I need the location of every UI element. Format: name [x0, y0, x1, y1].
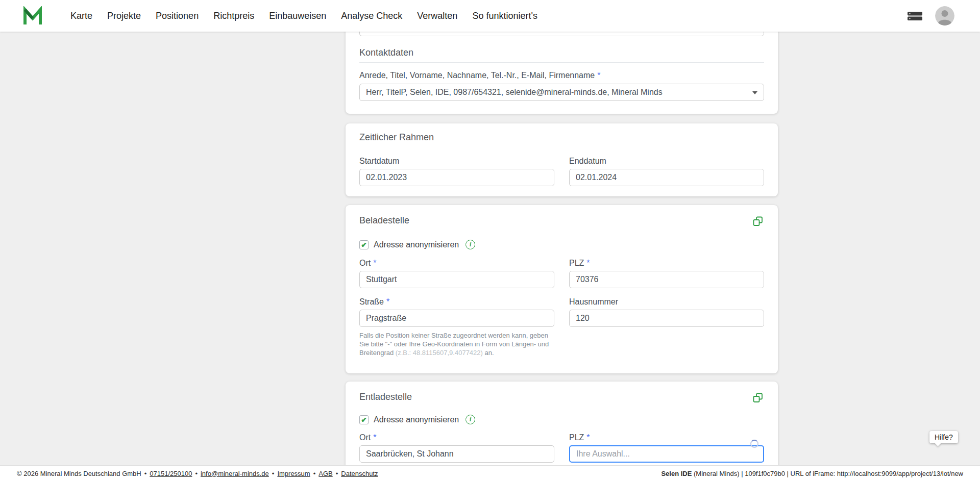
section-divider	[359, 62, 764, 63]
loading-point-card: Beladestelle ✔ Adresse anonymisieren i O…	[346, 205, 778, 373]
footer-agb-link[interactable]: AGB	[318, 470, 332, 477]
nav-item-analyse-check[interactable]: Analyse Check	[341, 11, 402, 21]
nav-item-positionen[interactable]: Positionen	[156, 11, 199, 21]
ort-input[interactable]	[359, 271, 554, 288]
footer-session-info: Selen IDE (Mineral Minds) | 109f1f0c79b0…	[661, 470, 963, 477]
anonymize-checkbox[interactable]: ✔	[359, 240, 369, 249]
anonymize-checkbox[interactable]: ✔	[359, 415, 369, 424]
timeframe-card-title: Zeitlicher Rahmen	[359, 132, 764, 143]
plz-field: PLZ *	[569, 433, 764, 463]
ort-field: Ort *	[359, 258, 554, 288]
required-marker: *	[597, 71, 600, 80]
footer-copyright: © 2026 Mineral Minds Deutschland GmbH	[17, 470, 141, 477]
footer-datenschutz-link[interactable]: Datenschutz	[341, 470, 378, 477]
footer-separator: •	[272, 470, 275, 477]
info-icon[interactable]: i	[465, 415, 475, 424]
copy-icon[interactable]	[752, 215, 764, 227]
startdatum-label: Startdatum	[359, 156, 399, 166]
check-icon: ✔	[361, 241, 367, 248]
help-text-part2: an.	[483, 349, 494, 357]
nav-item-so-funktionierts[interactable]: So funktioniert's	[472, 11, 537, 21]
contact-card-title: Kontaktdaten	[359, 47, 764, 58]
anonymize-row: ✔ Adresse anonymisieren i	[359, 415, 764, 424]
unloading-point-title: Entladestelle	[359, 392, 764, 402]
contact-field-label-row: Anrede, Titel, Vorname, Nachname, Tel.-N…	[359, 70, 764, 81]
session-details: (Mineral Minds) | 109f1f0c79b0 | URL of …	[692, 470, 963, 477]
ort-label: Ort	[359, 433, 371, 443]
enddatum-label: Enddatum	[569, 156, 606, 166]
nav-item-richtpreis[interactable]: Richtpreis	[213, 11, 254, 21]
user-avatar[interactable]	[935, 6, 954, 26]
cutoff-input[interactable]	[359, 32, 764, 36]
help-text-coords: (z.B.: 48.8115607,9.4077422)	[396, 349, 483, 357]
brand-logo[interactable]	[22, 6, 43, 26]
contact-select-value: Herr, TitelP, Selen, IDE, 0987/654321, s…	[366, 88, 663, 97]
session-user: Selen IDE	[661, 470, 692, 477]
loading-point-title: Beladestelle	[359, 215, 764, 226]
footer: © 2026 Mineral Minds Deutschland GmbH • …	[0, 465, 980, 481]
footer-separator: •	[313, 470, 316, 477]
chevron-down-icon	[752, 91, 757, 94]
contact-card: Kontaktdaten Anrede, Titel, Vorname, Nac…	[346, 32, 778, 114]
help-button[interactable]: Hilfe?	[929, 431, 958, 443]
ort-input[interactable]	[359, 445, 554, 463]
copy-icon[interactable]	[752, 392, 764, 404]
footer-left: © 2026 Mineral Minds Deutschland GmbH • …	[17, 470, 378, 477]
server-icon[interactable]	[907, 11, 923, 21]
required-marker: *	[386, 297, 389, 307]
footer-impressum-link[interactable]: Impressum	[277, 470, 310, 477]
nav-item-karte[interactable]: Karte	[70, 11, 92, 21]
unloading-point-card: Entladestelle ✔ Adresse anonymisieren i …	[346, 382, 778, 465]
check-icon: ✔	[361, 416, 367, 423]
strasse-input[interactable]	[359, 310, 554, 327]
timeframe-card: Zeitlicher Rahmen Startdatum Enddatum	[346, 123, 778, 196]
required-marker: *	[586, 433, 590, 442]
plz-label: PLZ	[569, 258, 584, 268]
hausnummer-label: Hausnummer	[569, 297, 618, 307]
nav-item-projekte[interactable]: Projekte	[107, 11, 141, 21]
anonymize-row: ✔ Adresse anonymisieren i	[359, 240, 764, 249]
nav-item-verwalten[interactable]: Verwalten	[417, 11, 457, 21]
required-marker: *	[586, 259, 590, 268]
footer-separator: •	[336, 470, 338, 477]
main-nav: Karte Projekte Positionen Richtpreis Ein…	[70, 11, 537, 21]
brand-logo-icon	[22, 6, 43, 26]
hausnummer-field: Hausnummer	[569, 297, 764, 327]
plz-input[interactable]	[569, 271, 764, 288]
nav-item-einbauweisen[interactable]: Einbauweisen	[269, 11, 326, 21]
loading-row-1: Ort * PLZ *	[359, 258, 764, 288]
ort-label: Ort	[359, 258, 371, 268]
street-help-text: Falls die Position keiner Straße zugeord…	[359, 331, 552, 357]
footer-phone-link[interactable]: 07151/250100	[150, 470, 192, 477]
footer-separator: •	[195, 470, 198, 477]
loading-spinner-icon	[750, 440, 758, 448]
plz-label: PLZ	[569, 433, 584, 443]
plz-field: PLZ *	[569, 258, 764, 288]
contact-field-label: Anrede, Titel, Vorname, Nachname, Tel.-N…	[359, 70, 595, 81]
navbar-right	[907, 6, 954, 26]
plz-select-input[interactable]	[569, 445, 764, 463]
ort-field: Ort *	[359, 433, 554, 463]
timeframe-fields: Startdatum Enddatum	[359, 156, 764, 186]
startdatum-field: Startdatum	[359, 156, 554, 186]
enddatum-input[interactable]	[569, 169, 764, 186]
footer-email-link[interactable]: info@mineral-minds.de	[201, 470, 269, 477]
startdatum-input[interactable]	[359, 169, 554, 186]
enddatum-field: Enddatum	[569, 156, 764, 186]
loading-row-2: Straße * Hausnummer	[359, 297, 764, 327]
anonymize-label: Adresse anonymisieren	[374, 415, 459, 424]
unloading-row-1: Ort * PLZ *	[359, 433, 764, 463]
person-icon	[935, 6, 954, 26]
required-marker: *	[373, 259, 376, 268]
top-navbar: Karte Projekte Positionen Richtpreis Ein…	[0, 0, 980, 32]
anonymize-label: Adresse anonymisieren	[374, 240, 459, 249]
page-content: Kontaktdaten Anrede, Titel, Vorname, Nac…	[0, 32, 980, 465]
strasse-label: Straße	[359, 297, 384, 307]
required-marker: *	[373, 433, 376, 442]
strasse-field: Straße *	[359, 297, 554, 327]
footer-separator: •	[144, 470, 147, 477]
hausnummer-input[interactable]	[569, 310, 764, 327]
info-icon[interactable]: i	[465, 240, 475, 249]
contact-select[interactable]: Herr, TitelP, Selen, IDE, 0987/654321, s…	[359, 84, 764, 101]
